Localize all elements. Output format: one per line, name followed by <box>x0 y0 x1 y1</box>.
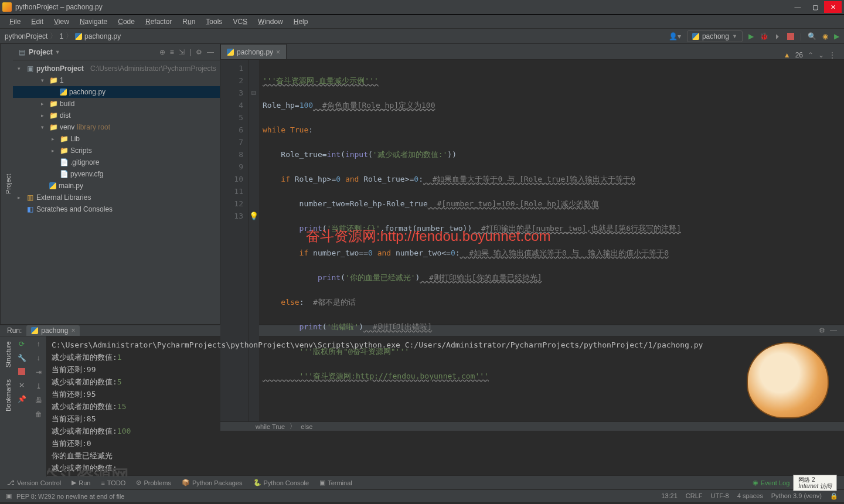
tree-label: main.py <box>59 182 83 190</box>
breadcrumb-file[interactable]: pachong.py <box>84 32 121 40</box>
chevron-down-icon[interactable]: ▼ <box>55 49 60 55</box>
up-icon[interactable]: ↑ <box>37 340 40 348</box>
tree-arrow-icon[interactable]: ▾ <box>41 77 47 83</box>
menu-refactor[interactable]: Refactor <box>141 16 176 27</box>
user-icon[interactable]: 👤▾ <box>669 32 681 40</box>
console-output[interactable]: C:\Users\Administrator\PycharmProjects\p… <box>47 336 844 476</box>
tree-item[interactable]: ▸📁build <box>13 98 220 110</box>
breadcrumb-root[interactable]: pythonProject <box>5 32 47 40</box>
soft-wrap-icon[interactable]: ⇥ <box>36 368 42 376</box>
maximize-button[interactable]: ▢ <box>806 1 824 13</box>
tool-terminal[interactable]: ▣ Terminal <box>319 479 352 486</box>
file-encoding[interactable]: UTF-8 <box>711 492 729 500</box>
stop-button[interactable] <box>18 368 25 375</box>
gear-icon[interactable]: ⚙ <box>196 48 202 56</box>
collapse-all-icon[interactable]: ⇲ <box>179 48 185 56</box>
tree-item[interactable]: ▸📁dist <box>13 110 220 121</box>
tree-arrow-icon[interactable]: ▸ <box>41 101 47 107</box>
sidetab-bookmarks[interactable]: Bookmarks <box>1 379 12 411</box>
tool-version-control[interactable]: ⎇ Version Control <box>7 479 61 486</box>
rerun-button[interactable]: ⟳ <box>19 340 25 348</box>
run-toolbar-secondary: ↑ ↓ ⇥ ⤓ 🖶 🗑 <box>30 336 47 476</box>
sidetab-structure[interactable]: Structure <box>1 341 12 367</box>
expand-all-icon[interactable]: ≡ <box>170 48 174 56</box>
warning-icon[interactable]: ▲ <box>784 51 791 59</box>
tree-arrow-icon[interactable]: ▸ <box>52 136 57 142</box>
tree-arrow-icon[interactable]: ▸ <box>41 113 47 118</box>
pin-icon[interactable]: 📌 <box>18 395 26 403</box>
select-opened-file-icon[interactable]: ⊕ <box>159 48 165 56</box>
minimize-button[interactable]: — <box>789 1 806 13</box>
scroll-to-end-icon[interactable]: ⤓ <box>36 382 42 390</box>
down-icon[interactable]: ↓ <box>37 354 40 362</box>
exit-icon[interactable]: ⤫ <box>19 381 25 389</box>
editor-tab-active[interactable]: pachong.py × <box>220 44 287 59</box>
hide-icon[interactable]: — <box>207 48 214 56</box>
breadcrumb[interactable]: pythonProject 〉 1 〉 pachong.py <box>5 31 121 41</box>
wrench-icon[interactable]: 🔧 <box>18 354 26 362</box>
chevron-up-icon[interactable]: ⌃ <box>808 51 814 59</box>
menu-navigate[interactable]: Navigate <box>75 16 112 27</box>
menu-code[interactable]: Code <box>113 16 139 27</box>
tree-item[interactable]: main.py <box>13 180 220 192</box>
chevron-down-icon[interactable]: ⌄ <box>818 51 824 59</box>
menu-view[interactable]: View <box>49 16 74 27</box>
sidetab-project[interactable]: Project <box>5 174 12 194</box>
tree-item[interactable]: 📄.gitignore <box>13 156 220 168</box>
tool-problems[interactable]: ⊘ Problems <box>136 479 171 486</box>
menu-help[interactable]: Help <box>289 16 313 27</box>
tool-todo[interactable]: ≡ TODO <box>101 479 125 486</box>
trash-icon[interactable]: 🗑 <box>35 410 42 418</box>
close-tab-icon[interactable]: × <box>276 48 280 56</box>
menu-run[interactable]: Run <box>178 16 200 27</box>
update-button[interactable]: ◉ <box>822 32 828 40</box>
menu-vcs[interactable]: VCS <box>228 16 252 27</box>
indent-config[interactable]: 4 spaces <box>737 492 763 500</box>
run-tab[interactable]: pachong × <box>26 325 80 336</box>
tree-item[interactable]: ▾📁1 <box>13 74 220 86</box>
lightbulb-icon[interactable]: 💡 <box>249 210 259 222</box>
coverage-button[interactable]: ⏵ <box>774 32 781 40</box>
tree-arrow-icon[interactable]: ▾ <box>41 124 47 130</box>
close-button[interactable]: ✕ <box>824 1 842 13</box>
tree-arrow-icon[interactable]: ▸ <box>52 148 57 154</box>
print-icon[interactable]: 🖶 <box>35 396 42 404</box>
tree-item[interactable]: pachong.py <box>13 86 220 98</box>
tree-item[interactable]: ▸📁Scripts <box>13 145 220 156</box>
line-separator[interactable]: CRLF <box>686 492 703 500</box>
caret-position[interactable]: 13:21 <box>661 492 678 500</box>
tree-root[interactable]: ▾ ▣ pythonProject C:\Users\Administrator… <box>13 63 220 74</box>
tree-item[interactable]: 📄pyvenv.cfg <box>13 168 220 180</box>
run-button[interactable]: ▶ <box>748 32 754 40</box>
chevron-down-icon[interactable]: ▾ <box>18 66 23 71</box>
breadcrumb-folder[interactable]: 1 <box>59 32 63 40</box>
more-icon[interactable]: ⋮ <box>829 51 836 59</box>
bottom-tool-stripe: ⎇ Version Control ▶ Run ≡ TODO ⊘ Problem… <box>0 475 844 489</box>
python-file-icon <box>227 49 234 56</box>
run-anything-button[interactable]: ▶ <box>834 32 839 40</box>
menu-file[interactable]: File <box>5 16 25 27</box>
tool-python-console[interactable]: 🐍 Python Console <box>253 479 309 486</box>
debug-button[interactable]: 🐞 <box>760 32 768 40</box>
lock-icon[interactable]: 🔒 <box>830 492 838 500</box>
tree-item[interactable]: ▾📁venv library root <box>13 121 220 133</box>
tree-external-libs[interactable]: ▸ ▥ External Libraries <box>13 192 220 203</box>
tool-event-log[interactable]: ◉ Event Log <box>753 479 790 486</box>
run-config-selector[interactable]: pachong ▼ <box>687 30 743 42</box>
network-status-popup[interactable]: 网络 2 Internet 访问 <box>793 475 837 491</box>
tree-scratches[interactable]: ◧ Scratches and Consoles <box>13 203 220 215</box>
tool-run[interactable]: ▶ Run <box>72 479 90 486</box>
stop-button[interactable] <box>787 33 794 40</box>
menu-tools[interactable]: Tools <box>201 16 227 27</box>
close-icon[interactable]: × <box>71 326 75 335</box>
chevron-right-icon[interactable]: ▸ <box>18 195 23 200</box>
tool-python-packages[interactable]: 📦 Python Packages <box>182 479 243 486</box>
menu-window[interactable]: Window <box>253 16 288 27</box>
search-everywhere-button[interactable]: 🔍 <box>808 32 816 40</box>
hide-tool-windows-icon[interactable]: ▣ <box>6 492 12 500</box>
interpreter[interactable]: Python 3.9 (venv) <box>771 492 822 500</box>
tree-item[interactable]: ▸📁Lib <box>13 133 220 145</box>
project-tree[interactable]: ▾ ▣ pythonProject C:\Users\Administrator… <box>13 60 220 324</box>
menu-edit[interactable]: Edit <box>26 16 48 27</box>
console-line: 减少或者加的数值:1 <box>52 351 839 363</box>
